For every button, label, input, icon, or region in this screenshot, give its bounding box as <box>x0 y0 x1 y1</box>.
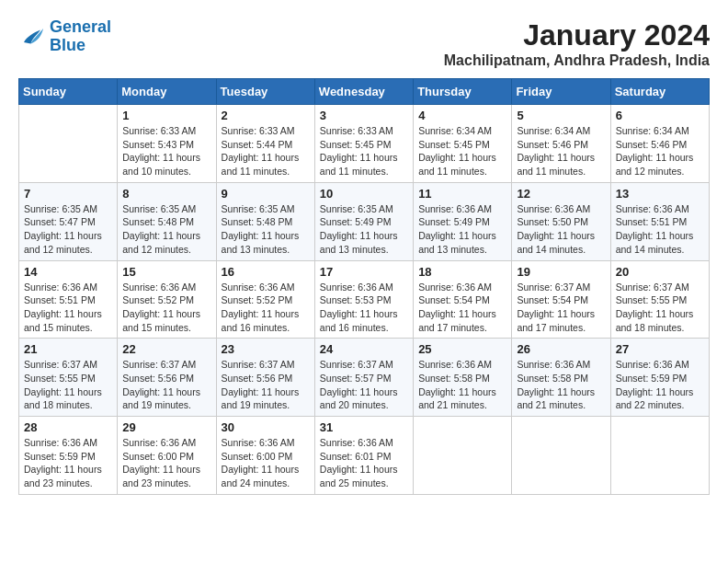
day-info: Sunrise: 6:36 AM Sunset: 5:59 PM Dayligh… <box>616 358 704 412</box>
day-number: 30 <box>222 420 310 434</box>
week-row-1: 1Sunrise: 6:33 AM Sunset: 5:43 PM Daylig… <box>19 105 710 183</box>
day-cell: 29Sunrise: 6:36 AM Sunset: 6:00 PM Dayli… <box>118 417 216 495</box>
header-cell-wednesday: Wednesday <box>314 79 413 105</box>
day-number: 11 <box>418 187 506 201</box>
page-header: General Blue January 2024 Machilipatnam,… <box>18 18 710 69</box>
day-number: 3 <box>320 109 408 122</box>
day-cell: 24Sunrise: 6:37 AM Sunset: 5:57 PM Dayli… <box>314 339 413 417</box>
day-number: 14 <box>24 265 112 279</box>
day-info: Sunrise: 6:36 AM Sunset: 5:58 PM Dayligh… <box>418 358 506 412</box>
day-cell: 13Sunrise: 6:36 AM Sunset: 5:51 PM Dayli… <box>610 182 709 260</box>
week-row-5: 28Sunrise: 6:36 AM Sunset: 5:59 PM Dayli… <box>19 417 710 495</box>
day-cell: 2Sunrise: 6:33 AM Sunset: 5:44 PM Daylig… <box>216 105 314 183</box>
day-info: Sunrise: 6:34 AM Sunset: 5:46 PM Dayligh… <box>517 124 605 178</box>
day-cell: 31Sunrise: 6:36 AM Sunset: 6:01 PM Dayli… <box>314 417 413 495</box>
day-info: Sunrise: 6:33 AM Sunset: 5:43 PM Dayligh… <box>122 124 210 178</box>
day-number: 26 <box>517 342 605 356</box>
day-info: Sunrise: 6:36 AM Sunset: 5:50 PM Dayligh… <box>517 202 605 257</box>
day-number: 28 <box>24 420 112 434</box>
day-number: 18 <box>418 265 506 279</box>
day-info: Sunrise: 6:33 AM Sunset: 5:44 PM Dayligh… <box>222 124 310 178</box>
day-cell: 17Sunrise: 6:36 AM Sunset: 5:53 PM Dayli… <box>314 260 413 339</box>
day-number: 24 <box>320 342 408 356</box>
day-info: Sunrise: 6:36 AM Sunset: 5:49 PM Dayligh… <box>418 202 506 257</box>
day-number: 15 <box>122 265 210 279</box>
header-cell-saturday: Saturday <box>610 79 709 105</box>
header-cell-thursday: Thursday <box>414 79 512 105</box>
day-info: Sunrise: 6:36 AM Sunset: 5:59 PM Dayligh… <box>24 436 112 490</box>
day-cell: 9Sunrise: 6:35 AM Sunset: 5:48 PM Daylig… <box>216 182 314 260</box>
day-number: 10 <box>320 187 408 201</box>
day-cell: 15Sunrise: 6:36 AM Sunset: 5:52 PM Dayli… <box>118 260 216 339</box>
header-cell-monday: Monday <box>118 79 216 105</box>
day-info: Sunrise: 6:37 AM Sunset: 5:54 PM Dayligh… <box>517 281 605 335</box>
day-cell: 28Sunrise: 6:36 AM Sunset: 5:59 PM Dayli… <box>19 417 118 495</box>
header-cell-friday: Friday <box>512 79 610 105</box>
day-cell: 30Sunrise: 6:36 AM Sunset: 6:00 PM Dayli… <box>216 417 314 495</box>
calendar-table: SundayMondayTuesdayWednesdayThursdayFrid… <box>18 78 710 495</box>
day-cell: 14Sunrise: 6:36 AM Sunset: 5:51 PM Dayli… <box>19 260 118 339</box>
page-subtitle: Machilipatnam, Andhra Pradesh, India <box>444 52 710 69</box>
day-info: Sunrise: 6:36 AM Sunset: 5:51 PM Dayligh… <box>24 281 112 335</box>
day-cell: 27Sunrise: 6:36 AM Sunset: 5:59 PM Dayli… <box>610 339 709 417</box>
day-info: Sunrise: 6:36 AM Sunset: 6:01 PM Dayligh… <box>320 436 408 490</box>
day-info: Sunrise: 6:34 AM Sunset: 5:45 PM Dayligh… <box>418 124 506 178</box>
day-number: 17 <box>320 265 408 279</box>
day-info: Sunrise: 6:37 AM Sunset: 5:55 PM Dayligh… <box>616 281 704 335</box>
day-cell: 12Sunrise: 6:36 AM Sunset: 5:50 PM Dayli… <box>512 182 610 260</box>
day-number: 8 <box>122 187 210 201</box>
logo: General Blue <box>18 18 111 55</box>
day-info: Sunrise: 6:35 AM Sunset: 5:48 PM Dayligh… <box>222 202 310 257</box>
day-cell <box>512 417 610 495</box>
day-cell <box>414 417 512 495</box>
day-info: Sunrise: 6:36 AM Sunset: 5:51 PM Dayligh… <box>616 202 704 257</box>
day-cell: 22Sunrise: 6:37 AM Sunset: 5:56 PM Dayli… <box>118 339 216 417</box>
day-info: Sunrise: 6:37 AM Sunset: 5:55 PM Dayligh… <box>24 358 112 412</box>
day-number: 13 <box>616 187 704 201</box>
day-number: 21 <box>24 342 112 356</box>
header-cell-sunday: Sunday <box>19 79 118 105</box>
day-info: Sunrise: 6:36 AM Sunset: 5:53 PM Dayligh… <box>320 281 408 335</box>
day-info: Sunrise: 6:36 AM Sunset: 5:52 PM Dayligh… <box>122 281 210 335</box>
day-number: 31 <box>320 420 408 434</box>
day-number: 9 <box>222 187 310 201</box>
day-number: 2 <box>222 109 310 122</box>
day-number: 19 <box>517 265 605 279</box>
day-info: Sunrise: 6:36 AM Sunset: 6:00 PM Dayligh… <box>122 436 210 490</box>
day-cell: 5Sunrise: 6:34 AM Sunset: 5:46 PM Daylig… <box>512 105 610 183</box>
day-number: 23 <box>222 342 310 356</box>
day-info: Sunrise: 6:35 AM Sunset: 5:48 PM Dayligh… <box>122 202 210 257</box>
day-info: Sunrise: 6:37 AM Sunset: 5:56 PM Dayligh… <box>122 358 210 412</box>
day-info: Sunrise: 6:36 AM Sunset: 6:00 PM Dayligh… <box>222 436 310 490</box>
logo-icon <box>18 23 46 51</box>
day-info: Sunrise: 6:37 AM Sunset: 5:56 PM Dayligh… <box>222 358 310 412</box>
day-cell: 25Sunrise: 6:36 AM Sunset: 5:58 PM Dayli… <box>414 339 512 417</box>
day-info: Sunrise: 6:37 AM Sunset: 5:57 PM Dayligh… <box>320 358 408 412</box>
day-number: 27 <box>616 342 704 356</box>
day-cell: 6Sunrise: 6:34 AM Sunset: 5:46 PM Daylig… <box>610 105 709 183</box>
header-row: SundayMondayTuesdayWednesdayThursdayFrid… <box>19 79 710 105</box>
day-cell: 16Sunrise: 6:36 AM Sunset: 5:52 PM Dayli… <box>216 260 314 339</box>
day-info: Sunrise: 6:34 AM Sunset: 5:46 PM Dayligh… <box>616 124 704 178</box>
day-info: Sunrise: 6:33 AM Sunset: 5:45 PM Dayligh… <box>320 124 408 178</box>
day-number: 25 <box>418 342 506 356</box>
week-row-4: 21Sunrise: 6:37 AM Sunset: 5:55 PM Dayli… <box>19 339 710 417</box>
day-cell: 11Sunrise: 6:36 AM Sunset: 5:49 PM Dayli… <box>414 182 512 260</box>
day-number: 20 <box>616 265 704 279</box>
header-cell-tuesday: Tuesday <box>216 79 314 105</box>
day-cell: 8Sunrise: 6:35 AM Sunset: 5:48 PM Daylig… <box>118 182 216 260</box>
day-number: 1 <box>122 109 210 122</box>
day-info: Sunrise: 6:35 AM Sunset: 5:47 PM Dayligh… <box>24 202 112 257</box>
day-number: 16 <box>222 265 310 279</box>
day-cell: 23Sunrise: 6:37 AM Sunset: 5:56 PM Dayli… <box>216 339 314 417</box>
day-cell: 4Sunrise: 6:34 AM Sunset: 5:45 PM Daylig… <box>414 105 512 183</box>
title-block: January 2024 Machilipatnam, Andhra Prade… <box>444 18 710 69</box>
day-cell: 1Sunrise: 6:33 AM Sunset: 5:43 PM Daylig… <box>118 105 216 183</box>
week-row-2: 7Sunrise: 6:35 AM Sunset: 5:47 PM Daylig… <box>19 182 710 260</box>
day-number: 6 <box>616 109 704 122</box>
day-number: 12 <box>517 187 605 201</box>
day-cell <box>19 105 118 183</box>
day-cell: 7Sunrise: 6:35 AM Sunset: 5:47 PM Daylig… <box>19 182 118 260</box>
day-cell: 3Sunrise: 6:33 AM Sunset: 5:45 PM Daylig… <box>314 105 413 183</box>
day-info: Sunrise: 6:36 AM Sunset: 5:54 PM Dayligh… <box>418 281 506 335</box>
